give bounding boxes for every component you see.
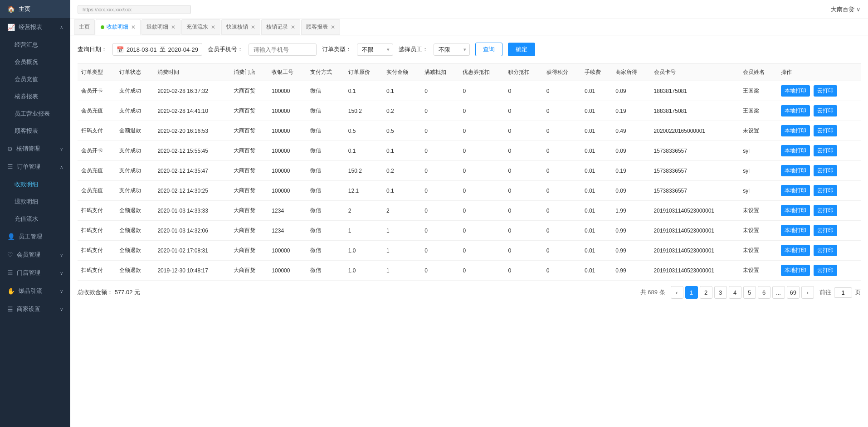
tab-receipt-detail[interactable]: 收款明细 ✕ [96, 19, 141, 35]
cell-order-type: 会员充值 [78, 161, 116, 181]
page-3-btn[interactable]: 3 [714, 286, 727, 299]
tab-customer-report[interactable]: 顾客报表 ✕ [301, 19, 340, 35]
page-6-btn[interactable]: 6 [758, 286, 770, 299]
sidebar-order-label: 订单管理 [17, 163, 40, 171]
query-button[interactable]: 查询 [475, 43, 502, 56]
cloud-print-btn[interactable]: 云打印 [814, 185, 837, 196]
chevron-down-icon5: ∨ [60, 307, 63, 312]
cell-cashier: 100000 [268, 141, 306, 161]
col-coupon: 优惠券抵扣 [459, 64, 504, 81]
local-print-btn[interactable]: 本地打印 [781, 245, 810, 256]
sidebar-item-product-lead[interactable]: ✋ 爆品引流 ∨ [0, 282, 70, 300]
local-print-btn[interactable]: 本地打印 [781, 225, 810, 236]
page-last-btn[interactable]: 69 [787, 286, 800, 299]
cell-points-earned: 0 [543, 261, 581, 281]
sidebar-home-label: 主页 [19, 5, 30, 13]
cell-original: 0.1 [345, 141, 383, 161]
tab-refund-detail[interactable]: 退款明细 ✕ [141, 19, 180, 35]
local-print-btn[interactable]: 本地打印 [781, 265, 810, 276]
goto-input[interactable] [834, 287, 852, 298]
local-print-btn[interactable]: 本地打印 [781, 105, 810, 116]
cell-store: 大商百货 [230, 161, 268, 181]
page-2-btn[interactable]: 2 [700, 286, 712, 299]
col-payment: 支付方式 [307, 64, 345, 81]
sidebar-item-coupon-report[interactable]: 核券报表 [0, 88, 70, 105]
cloud-print-btn[interactable]: 云打印 [814, 205, 837, 216]
cloud-print-btn[interactable]: 云打印 [814, 105, 837, 116]
sidebar-item-order-mgmt[interactable]: ☰ 订单管理 ∧ [0, 158, 70, 176]
sidebar-item-store-mgmt[interactable]: ☰ 门店管理 ∨ [0, 264, 70, 282]
topbar-arrow-icon[interactable]: ∨ [856, 6, 861, 13]
phone-input[interactable] [249, 44, 317, 56]
sidebar-item-staff-report[interactable]: 员工营业报表 [0, 105, 70, 122]
writeoff-icon: ⊙ [7, 145, 13, 152]
order-type-select[interactable]: 不限 [357, 44, 393, 56]
sidebar-item-member-overview[interactable]: 会员概况 [0, 53, 70, 71]
local-print-btn[interactable]: 本地打印 [781, 145, 810, 156]
sidebar-item-business-report[interactable]: 📈 经营报表 ∧ [0, 18, 70, 36]
staff-select[interactable]: 不限 [434, 44, 470, 56]
local-print-btn[interactable]: 本地打印 [781, 165, 810, 176]
tab-recharge-flow[interactable]: 充值流水 ✕ [181, 19, 220, 35]
cell-points-discount: 0 [504, 141, 542, 161]
sidebar-item-receipt-detail[interactable]: 收款明细 [0, 176, 70, 193]
main-area: https://xxx.xxx.xxx/xxx 大南百货 ∨ 主页 收款明细 ✕… [70, 0, 868, 427]
prev-page-btn[interactable]: ‹ [671, 286, 683, 299]
order-icon: ☰ [7, 163, 13, 170]
date-range-input[interactable]: 📅 2018-03-01 至 2020-04-29 [112, 43, 202, 56]
cell-status: 全额退款 [116, 261, 154, 281]
tab-home[interactable]: 主页 [74, 19, 95, 35]
sidebar-item-business-summary[interactable]: 经营汇总 [0, 36, 70, 53]
sidebar-item-merchant-settings[interactable]: ☰ 商家设置 ∨ [0, 300, 70, 318]
cell-cashier: 100000 [268, 181, 306, 201]
local-print-btn[interactable]: 本地打印 [781, 205, 810, 216]
cell-points-discount: 0 [504, 201, 542, 221]
cell-order-type: 扫码支付 [78, 121, 116, 141]
table-row: 会员充值 支付成功 2020-02-12 14:35:47 大商百货 10000… [78, 161, 861, 181]
sidebar-item-member-recharge[interactable]: 会员充值 [0, 71, 70, 88]
local-print-btn[interactable]: 本地打印 [781, 85, 810, 97]
page-4-btn[interactable]: 4 [729, 286, 741, 299]
store-name[interactable]: 大南百货 [831, 5, 854, 14]
order-type-select-wrapper: 不限 [357, 44, 393, 56]
sidebar-item-customer-report[interactable]: 顾客报表 [0, 122, 70, 140]
next-page-btn[interactable]: › [801, 286, 814, 299]
tab-auditrecord-label: 核销记录 [266, 23, 288, 31]
cell-discount: 0 [421, 101, 459, 121]
page-5-btn[interactable]: 5 [743, 286, 756, 299]
cloud-print-btn[interactable]: 云打印 [814, 165, 837, 176]
sidebar-item-recharge-flow[interactable]: 充值流水 [0, 210, 70, 228]
table-row: 扫码支付 全额退款 2020-01-03 14:33:33 大商百货 1234 … [78, 201, 861, 221]
cell-points-discount: 0 [504, 221, 542, 241]
sidebar-item-refund-detail[interactable]: 退款明细 [0, 193, 70, 210]
page-1-btn[interactable]: 1 [685, 286, 698, 299]
cell-merchant: 0.19 [612, 161, 650, 181]
cloud-print-btn[interactable]: 云打印 [814, 225, 837, 236]
tab-customerreport-close-icon[interactable]: ✕ [331, 24, 335, 30]
sidebar-item-write-off[interactable]: ⊙ 核销管理 ∨ [0, 140, 70, 158]
cloud-print-btn[interactable]: 云打印 [814, 245, 837, 256]
sidebar-item-member-mgmt[interactable]: ♡ 会员管理 ∨ [0, 246, 70, 264]
tab-receipt-close-icon[interactable]: ✕ [131, 24, 136, 30]
tab-quicksales-close-icon[interactable]: ✕ [251, 24, 255, 30]
cell-store: 大商百货 [230, 241, 268, 261]
page-label: 页 [855, 288, 861, 296]
tab-refund-close-icon[interactable]: ✕ [171, 24, 176, 30]
local-print-btn[interactable]: 本地打印 [781, 125, 810, 136]
sidebar-item-staff-mgmt[interactable]: 👤 员工管理 [0, 228, 70, 246]
cloud-print-btn[interactable]: 云打印 [814, 85, 837, 97]
cell-action: 本地打印 云打印 [777, 241, 861, 261]
cloud-print-btn[interactable]: 云打印 [814, 125, 837, 136]
cell-coupon: 0 [459, 181, 504, 201]
tab-audit-record[interactable]: 核销记录 ✕ [261, 19, 300, 35]
sidebar-item-home[interactable]: 🏠 主页 [0, 0, 70, 18]
cell-cashier: 100000 [268, 261, 306, 281]
cloud-print-btn[interactable]: 云打印 [814, 265, 837, 276]
confirm-button[interactable]: 确定 [508, 43, 535, 56]
tab-auditrecord-close-icon[interactable]: ✕ [291, 24, 295, 30]
tab-recharge-close-icon[interactable]: ✕ [211, 24, 215, 30]
cell-fee: 0.01 [581, 261, 612, 281]
local-print-btn[interactable]: 本地打印 [781, 185, 810, 196]
tab-quick-sales[interactable]: 快速核销 ✕ [221, 19, 260, 35]
cloud-print-btn[interactable]: 云打印 [814, 145, 837, 156]
